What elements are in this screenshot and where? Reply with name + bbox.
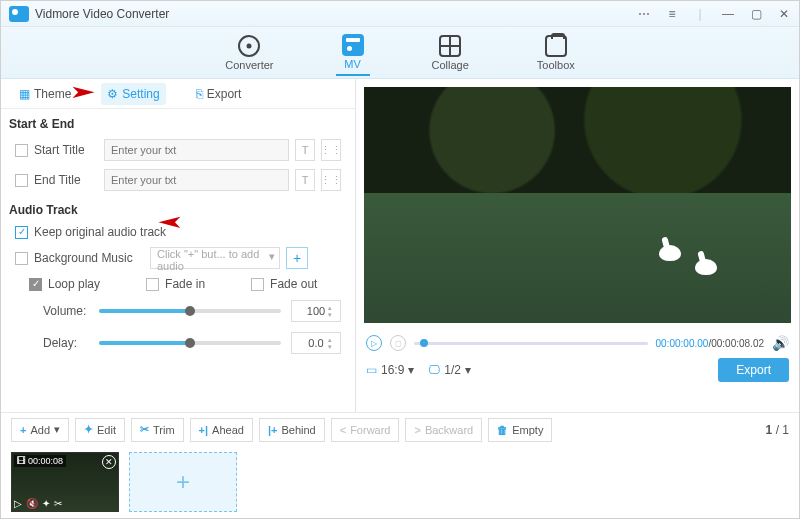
checkbox-fadeout[interactable] — [251, 278, 264, 291]
clip-thumbnail[interactable]: 🎞00:00:08 ✕ ▷ 🔇 ✦ ✂ — [11, 452, 119, 512]
delay-label: Delay: — [43, 336, 89, 350]
thumbnail-strip: 🎞00:00:08 ✕ ▷ 🔇 ✦ ✂ + — [1, 446, 799, 518]
subtab-label: Export — [207, 87, 242, 101]
ahead-button[interactable]: +|Ahead — [190, 418, 253, 442]
aspect-icon: ▭ — [366, 363, 377, 377]
text-opts-button[interactable]: ⋮⋮ — [321, 139, 341, 161]
play-button[interactable]: ▷ — [366, 335, 382, 351]
subtab-bar: ▦ Theme ⚙ Setting ⎘ Export — [1, 79, 355, 109]
bottom-toolbar: +Add ▾ ✦Edit ✂Trim +|Ahead |+Behind <For… — [1, 412, 799, 446]
subtab-theme[interactable]: ▦ Theme — [13, 83, 77, 105]
mv-icon — [342, 34, 364, 56]
film-icon: 🎞 — [17, 456, 26, 466]
tab-toolbox[interactable]: Toolbox — [531, 31, 581, 75]
minimize-button[interactable]: — — [721, 7, 735, 21]
feedback-icon[interactable]: ⋯ — [637, 7, 651, 21]
edit-button[interactable]: ✦Edit — [75, 418, 125, 442]
empty-button[interactable]: 🗑Empty — [488, 418, 552, 442]
tab-collage[interactable]: Collage — [426, 31, 475, 75]
subtab-export[interactable]: ⎘ Export — [190, 83, 248, 105]
checkbox-start-title[interactable] — [15, 144, 28, 157]
bg-music-label: Background Music — [34, 251, 144, 265]
trash-icon: 🗑 — [497, 424, 508, 436]
video-preview[interactable] — [364, 87, 791, 323]
checkbox-loop[interactable] — [29, 278, 42, 291]
thumb-actions: ▷ 🔇 ✦ ✂ — [14, 498, 62, 509]
toolbox-icon — [545, 35, 567, 57]
section-start-end: Start & End — [1, 109, 355, 135]
forward-button[interactable]: <Forward — [331, 418, 400, 442]
export-button[interactable]: Export — [718, 358, 789, 382]
time-current: 00:00:00.00 — [656, 338, 709, 349]
play-icon[interactable]: ▷ — [14, 498, 22, 509]
checkbox-fadein[interactable] — [146, 278, 159, 291]
menu-icon[interactable]: ≡ — [665, 7, 679, 21]
stop-button[interactable]: ◻ — [390, 335, 406, 351]
backward-button[interactable]: >Backward — [405, 418, 482, 442]
close-button[interactable]: ✕ — [777, 7, 791, 21]
volume-slider[interactable] — [99, 309, 281, 313]
subtab-label: Theme — [34, 87, 71, 101]
volume-value[interactable]: 100▴▾ — [291, 300, 341, 322]
player-bar: ▷ ◻ 00:00:00.00/00:00:08.02 🔊 — [356, 331, 799, 355]
page-indicator: 1 / 1 — [766, 423, 789, 437]
thumb-duration: 🎞00:00:08 — [14, 455, 66, 467]
start-title-label: Start Title — [34, 143, 98, 157]
tab-label: Toolbox — [537, 59, 575, 71]
fx-icon[interactable]: ✦ — [42, 498, 50, 509]
trim-button[interactable]: ✂Trim — [131, 418, 184, 442]
text-style-button[interactable]: T — [295, 169, 315, 191]
bg-music-combo[interactable]: Click "+" but... to add audio — [150, 247, 280, 269]
end-title-label: End Title — [34, 173, 98, 187]
volume-icon[interactable]: 🔊 — [772, 335, 789, 351]
progress-bar[interactable] — [414, 342, 648, 345]
preview-options-bar: ▭16:9 ▾ 🖵1/2 ▾ Export — [356, 355, 799, 385]
titlebar: Vidmore Video Converter ⋯ ≡ | — ▢ ✕ — [1, 1, 799, 27]
app-title: Vidmore Video Converter — [35, 7, 169, 21]
add-clip-button[interactable]: + — [129, 452, 237, 512]
tab-label: Converter — [225, 59, 273, 71]
app-logo-icon — [9, 6, 29, 22]
checkbox-end-title[interactable] — [15, 174, 28, 187]
behind-button[interactable]: |+Behind — [259, 418, 325, 442]
grid-icon: ▦ — [19, 87, 30, 101]
add-button[interactable]: +Add ▾ — [11, 418, 69, 442]
fadein-label: Fade in — [165, 277, 205, 291]
end-title-input[interactable] — [104, 169, 289, 191]
display-icon: 🖵 — [428, 363, 440, 377]
collage-icon — [439, 35, 461, 57]
start-title-input[interactable] — [104, 139, 289, 161]
add-audio-button[interactable]: + — [286, 247, 308, 269]
aspect-select[interactable]: ▭16:9 ▾ — [366, 363, 414, 377]
tab-label: MV — [344, 58, 361, 70]
sep-icon: | — [693, 7, 707, 21]
text-style-button[interactable]: T — [295, 139, 315, 161]
ratio-select[interactable]: 🖵1/2 ▾ — [428, 363, 471, 377]
delay-slider[interactable] — [99, 341, 281, 345]
loop-label: Loop play — [48, 277, 100, 291]
export-icon: ⎘ — [196, 87, 203, 101]
swan-graphic — [659, 245, 681, 261]
checkbox-bg-music[interactable] — [15, 252, 28, 265]
tab-mv[interactable]: MV — [336, 30, 370, 76]
tab-converter[interactable]: Converter — [219, 31, 279, 75]
subtab-setting[interactable]: ⚙ Setting — [101, 83, 165, 105]
checkbox-keep-original[interactable] — [15, 226, 28, 239]
volume-label: Volume: — [43, 304, 89, 318]
remove-clip-button[interactable]: ✕ — [102, 455, 116, 469]
tab-label: Collage — [432, 59, 469, 71]
mute-icon[interactable]: 🔇 — [26, 498, 38, 509]
cut-icon[interactable]: ✂ — [54, 498, 62, 509]
keep-original-label: Keep original audio track — [34, 225, 166, 239]
gear-icon: ⚙ — [107, 87, 118, 101]
text-opts-button[interactable]: ⋮⋮ — [321, 169, 341, 191]
maximize-button[interactable]: ▢ — [749, 7, 763, 21]
main-toolbar: Converter MV Collage Toolbox — [1, 27, 799, 79]
delay-value[interactable]: 0.0▴▾ — [291, 332, 341, 354]
swan-graphic — [695, 259, 717, 275]
fadeout-label: Fade out — [270, 277, 317, 291]
converter-icon — [238, 35, 260, 57]
subtab-label: Setting — [122, 87, 159, 101]
time-total: 00:00:08.02 — [711, 338, 764, 349]
